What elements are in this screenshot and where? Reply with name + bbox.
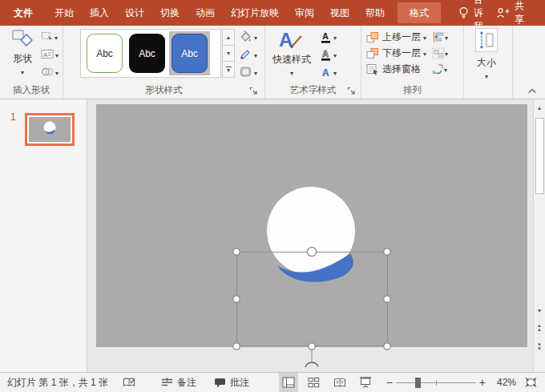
slides-panel: 1	[0, 99, 87, 372]
previous-slide-icon[interactable]: ▲▲	[534, 321, 545, 335]
text-outline-icon: A	[320, 48, 332, 61]
group-objects-button[interactable]	[432, 47, 445, 59]
scrollbar-thumb[interactable]	[535, 118, 544, 194]
wordart-dialog-launcher-icon[interactable]	[347, 87, 356, 95]
gallery-up-button[interactable]: ▲	[222, 29, 235, 46]
svg-text:A: A	[279, 29, 293, 51]
align-button[interactable]	[432, 31, 445, 43]
shape-styles-dialog-launcher-icon[interactable]	[249, 87, 258, 95]
spellcheck-icon	[123, 377, 135, 388]
zoom-level[interactable]: 42%	[492, 377, 516, 388]
merge-shapes-button[interactable]	[41, 64, 59, 79]
shapes-dropdown-arrow	[21, 66, 24, 77]
text-fill-button[interactable]: A	[320, 29, 337, 44]
tab-animations[interactable]: 动画	[188, 0, 223, 26]
handle-bottom-left[interactable]	[233, 343, 240, 350]
rotation-handle[interactable]	[305, 362, 318, 367]
edit-shape-button[interactable]	[41, 29, 59, 44]
reading-view-button[interactable]	[330, 373, 349, 392]
zoom-slider-thumb[interactable]	[415, 378, 421, 388]
group-insert-shapes: 形状 A 插	[0, 26, 63, 99]
arrange-group-label: 排列	[361, 84, 463, 96]
slide-sorter-icon	[308, 377, 320, 388]
handle-top-left[interactable]	[233, 249, 240, 255]
shape-fill-button[interactable]	[239, 29, 257, 44]
rotate-button[interactable]	[431, 63, 444, 75]
quick-styles-button[interactable]: A 快速样式	[269, 27, 314, 78]
tab-home[interactable]: 开始	[46, 0, 82, 26]
tab-file[interactable]: 文件	[0, 0, 46, 26]
slide-shapes-overlay	[87, 99, 533, 372]
fit-to-window-icon	[525, 377, 537, 388]
quick-styles-label: 快速样式	[272, 53, 311, 67]
shapes-button[interactable]: 形状	[5, 28, 40, 77]
tab-view[interactable]: 视图	[322, 0, 357, 26]
scroll-down-icon[interactable]: ▼	[534, 304, 545, 317]
gallery-down-button[interactable]: ▼	[222, 46, 235, 62]
zoom-out-button[interactable]: −	[383, 376, 396, 389]
text-outline-button[interactable]: A	[320, 46, 337, 62]
shape-style-blue-selected[interactable]: Abc	[172, 34, 208, 73]
normal-view-button[interactable]	[279, 373, 298, 392]
shape-effects-button[interactable]	[239, 64, 257, 79]
shape-style-black[interactable]: Abc	[129, 34, 165, 73]
comments-button[interactable]: 批注	[214, 376, 249, 390]
slideshow-button[interactable]	[356, 373, 375, 392]
notes-button[interactable]: 备注	[161, 376, 196, 390]
slide-sorter-button[interactable]	[305, 373, 324, 392]
vertical-scrollbar[interactable]: ▲ ▼ ▲▲ ▼▼	[533, 99, 545, 372]
tab-review[interactable]: 审阅	[287, 0, 322, 26]
edit-shape-icon	[41, 30, 53, 42]
share-button[interactable]: 共享	[496, 0, 524, 26]
shape-outline-button[interactable]	[239, 46, 257, 62]
selection-pane-button[interactable]: 选择窗格	[366, 61, 448, 77]
handle-bottom-middle[interactable]	[309, 343, 315, 350]
shape-style-green-outline[interactable]: Abc	[87, 34, 123, 73]
tab-transitions[interactable]: 切换	[152, 0, 188, 26]
work-area: 1	[0, 99, 545, 372]
collapse-ribbon-icon[interactable]	[527, 88, 537, 94]
handle-middle-left[interactable]	[233, 296, 240, 302]
zoom-slider[interactable]	[396, 377, 476, 388]
insert-shapes-group-label: 插入形状	[0, 84, 63, 96]
tab-design[interactable]: 设计	[117, 0, 152, 26]
zoom-in-button[interactable]: +	[476, 376, 489, 389]
fit-to-window-button[interactable]	[521, 373, 540, 392]
tab-format-active[interactable]: 格式	[398, 2, 441, 23]
slide-thumbnail-selected[interactable]	[25, 113, 75, 146]
gallery-more-button[interactable]: ▼	[222, 62, 235, 78]
next-slide-icon[interactable]: ▼▼	[534, 340, 545, 354]
svg-text:A: A	[322, 31, 329, 41]
editing-canvas[interactable]	[87, 99, 533, 372]
svg-text:A: A	[43, 51, 48, 59]
text-effects-button[interactable]: A	[320, 64, 337, 79]
bring-forward-button[interactable]: 上移一层	[366, 29, 448, 45]
slide-thumbnail-preview	[29, 117, 71, 142]
handle-bottom-right[interactable]	[384, 343, 390, 350]
handle-middle-right[interactable]	[384, 296, 390, 302]
send-backward-button[interactable]: 下移一层	[366, 45, 448, 61]
shape-fill-icon	[239, 30, 252, 43]
shape-outline-icon	[239, 48, 252, 60]
size-button[interactable]: 大小	[475, 55, 498, 81]
selection-pane-icon	[366, 63, 379, 75]
tab-help[interactable]: 帮助	[357, 0, 393, 26]
selection-pane-label: 选择窗格	[382, 63, 421, 76]
send-backward-label: 下移一层	[382, 46, 421, 60]
normal-view-icon	[282, 377, 295, 388]
spellcheck-button[interactable]	[123, 377, 135, 388]
svg-text:A: A	[322, 49, 329, 59]
scroll-up-icon[interactable]: ▲	[534, 101, 545, 114]
shape-style-gallery: Abc Abc Abc	[80, 29, 221, 78]
size-icon	[475, 28, 498, 52]
notes-icon	[161, 378, 173, 387]
comments-label: 批注	[230, 376, 249, 390]
handle-top-middle[interactable]	[307, 247, 316, 256]
tab-insert[interactable]: 插入	[82, 0, 117, 26]
menubar: 文件 开始 插入 设计 切换 动画 幻灯片放映 审阅 视图 帮助 格式 告诉我 …	[0, 0, 545, 26]
text-box-button[interactable]: A	[41, 46, 59, 62]
group-shape-styles: Abc Abc Abc ▲ ▼ ▼	[63, 26, 265, 99]
tab-slideshow[interactable]: 幻灯片放映	[223, 0, 287, 26]
text-fill-icon: A	[320, 30, 332, 43]
handle-top-right[interactable]	[384, 249, 390, 255]
